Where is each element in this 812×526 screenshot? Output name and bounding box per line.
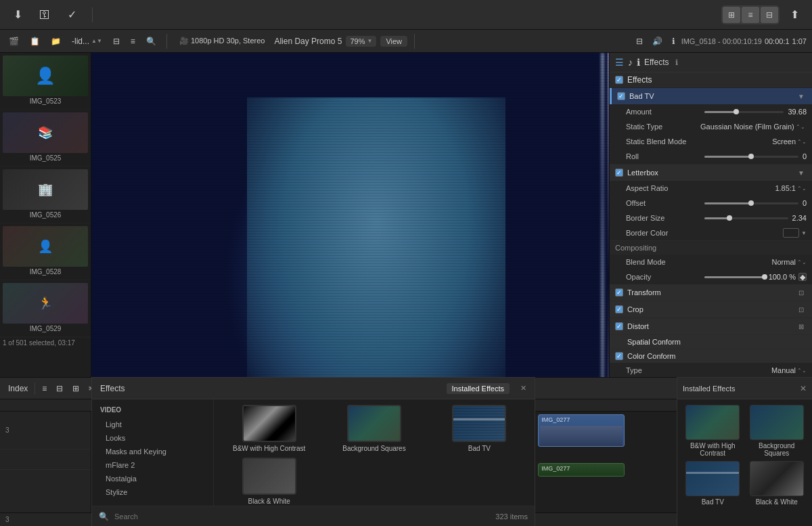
letterbox-expand-icon[interactable]: ▼ — [796, 167, 807, 178]
conform-type-select[interactable]: Manual ⌃⌄ — [771, 366, 807, 374]
bad-tv-expand-icon[interactable]: ▼ — [796, 91, 807, 102]
libraries-icon[interactable]: 🎬 — [5, 35, 22, 47]
distort-header[interactable]: ✓ Distort ⊠ — [610, 318, 812, 334]
audio-panel-toggle[interactable]: 🔊 — [649, 35, 666, 47]
audio-tab-icon[interactable]: ♪ — [628, 57, 633, 68]
installed-bad-tv-label: Bad TV — [702, 498, 724, 506]
clip-list-icon[interactable]: 📋 — [26, 35, 43, 47]
share-button[interactable]: ⬆ — [785, 5, 804, 24]
effects-browser-close-button[interactable]: ✕ — [520, 384, 526, 393]
effects-enabled-checkbox[interactable]: ✓ — [615, 76, 623, 84]
key-button[interactable]: ⚿ — [35, 5, 54, 24]
effect-item-bad-tv[interactable]: Bad TV — [430, 405, 529, 452]
roll-slider[interactable] — [704, 156, 798, 158]
color-conform-header[interactable]: ✓ Color Conform — [610, 349, 812, 363]
amount-label: Amount — [626, 108, 700, 116]
comp-blend-select[interactable]: Normal ⌃⌄ — [772, 258, 807, 266]
distort-checkbox[interactable]: ✓ — [615, 322, 623, 330]
bad-tv-browser-label: Bad TV — [468, 445, 491, 452]
spatial-header[interactable]: Spatial Conform — [610, 335, 812, 349]
installed-bw[interactable]: Black & White — [747, 461, 807, 506]
info-icon[interactable]: ℹ — [675, 58, 678, 67]
effect-item-bw-high-contrast[interactable]: B&W with High Contrast — [219, 405, 319, 452]
bg-squares-thumb — [347, 405, 401, 442]
zoom-fit-button[interactable]: ⊞ — [70, 382, 82, 395]
black-white-thumb — [242, 458, 296, 495]
amount-slider[interactable] — [704, 111, 784, 113]
crop-header[interactable]: ✓ Crop ⊡ — [610, 301, 812, 317]
index-button[interactable]: Index — [5, 382, 30, 395]
view-button[interactable]: View — [380, 36, 407, 47]
installed-effects-close-button[interactable]: ✕ — [800, 384, 807, 393]
info-tab-icon[interactable]: ℹ — [637, 57, 640, 68]
aspect-ratio-select[interactable]: 1.85:1 ⌃⌄ — [775, 184, 807, 192]
category-mflare2[interactable]: mFlare 2 — [92, 458, 213, 472]
transform-header[interactable]: ✓ Transform ⊡ — [610, 284, 812, 301]
letterbox-header[interactable]: ✓ Letterbox ▼ — [610, 165, 812, 181]
info-panel-toggle[interactable]: ℹ — [669, 35, 679, 47]
track-view-button[interactable]: ⊟ — [53, 382, 66, 395]
opacity-slider[interactable] — [704, 276, 765, 278]
effect-item-black-white[interactable]: Black & White — [219, 458, 319, 505]
clip-audio-0277[interactable]: IMG_0277 — [538, 463, 625, 477]
opacity-keyframe-button[interactable]: ◆ — [798, 273, 807, 281]
border-size-slider[interactable] — [704, 217, 788, 219]
clip-img0277[interactable]: IMG_0277 — [538, 414, 625, 447]
media-import-icon[interactable]: 📁 — [47, 35, 64, 47]
category-stylize[interactable]: Stylize — [92, 485, 213, 499]
media-item-0523[interactable]: 👤 IMG_0523 — [0, 53, 91, 110]
border-color-chevron-icon[interactable]: ▼ — [801, 230, 807, 236]
category-masks-keying[interactable]: Masks and Keying — [92, 445, 213, 458]
list-view-button[interactable]: ≡ — [742, 7, 759, 23]
category-video-header: VIDEO — [92, 402, 213, 418]
border-size-value: 2.34 — [792, 214, 807, 222]
track-header-audio — [0, 470, 91, 486]
column-icon[interactable]: ⊟ — [110, 35, 123, 47]
installed-effects-grid: B&W with High Contrast Background Square… — [677, 399, 812, 511]
media-item-0529[interactable]: 🏃 IMG_0529 — [0, 280, 91, 337]
track-headers: 3 — [0, 412, 91, 526]
static-type-chevron-icon: ⌃⌄ — [796, 124, 805, 130]
offset-slider[interactable] — [704, 202, 798, 204]
installed-bad-tv[interactable]: Bad TV — [683, 461, 743, 506]
transform-icon[interactable]: ⊡ — [796, 287, 807, 298]
effects-search-input[interactable] — [114, 512, 490, 521]
effects-panel-toggle[interactable]: ⊟ — [633, 35, 646, 47]
category-light[interactable]: Light — [92, 418, 213, 431]
category-nostalgia[interactable]: Nostalgia — [92, 472, 213, 485]
border-color-label: Border Color — [626, 229, 700, 237]
media-label-0526: IMG_0526 — [3, 210, 88, 220]
effects-tab-icon[interactable]: ☰ — [615, 57, 624, 68]
transform-checkbox[interactable]: ✓ — [615, 288, 623, 297]
library-selector[interactable]: -lid... ▲▼ — [68, 35, 106, 47]
distort-icon[interactable]: ⊠ — [796, 321, 807, 332]
sort-icon[interactable]: ≡ — [127, 35, 139, 47]
import-button[interactable]: ⬇ — [8, 5, 27, 24]
category-looks[interactable]: Looks — [92, 431, 213, 445]
bad-tv-checkbox[interactable]: ✓ — [617, 92, 625, 100]
media-item-0528[interactable]: 👤 IMG_0528 — [0, 223, 91, 280]
zoom-control[interactable]: 79% ▼ — [346, 36, 376, 47]
filmstrip-view-button[interactable]: ⊟ — [761, 7, 778, 23]
letterbox-name: Letterbox — [627, 169, 658, 177]
effect-item-bg-squares[interactable]: Background Squares — [324, 405, 424, 452]
border-color-swatch[interactable] — [783, 228, 799, 238]
clip-label-0277: IMG_0277 — [539, 415, 624, 424]
grid-view-button[interactable]: ⊞ — [723, 7, 740, 23]
static-blend-select[interactable]: Screen ⌃⌄ — [772, 137, 807, 146]
bad-tv-header[interactable]: ✓ Bad TV ▼ — [610, 88, 812, 104]
installed-effects-tab[interactable]: Installed Effects — [447, 383, 510, 394]
media-item-0525[interactable]: 📚 IMG_0525 — [0, 110, 91, 167]
static-type-select[interactable]: Gaussian Noise (Film Grain) ⌃⌄ — [700, 123, 805, 131]
letterbox-checkbox[interactable]: ✓ — [615, 169, 623, 177]
clip-view-button[interactable]: ≡ — [39, 382, 49, 395]
tl-separator-1 — [35, 382, 35, 395]
crop-checkbox[interactable]: ✓ — [615, 305, 623, 313]
check-button[interactable]: ✓ — [62, 5, 81, 24]
media-item-0526[interactable]: 🏢 IMG_0526 — [0, 167, 91, 223]
search-media-button[interactable]: 🔍 — [143, 35, 160, 47]
crop-icon[interactable]: ⊡ — [796, 304, 807, 315]
installed-bw-high-contrast[interactable]: B&W with High Contrast — [683, 405, 743, 457]
installed-bg-squares[interactable]: Background Squares — [747, 405, 807, 457]
color-conform-checkbox[interactable]: ✓ — [615, 352, 623, 360]
